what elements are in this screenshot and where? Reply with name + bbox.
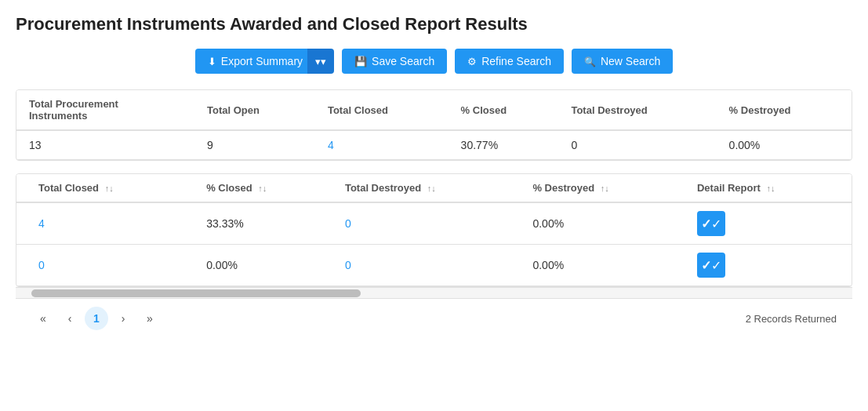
detail-row-0: 433.33%00.00%✓ — [16, 202, 852, 245]
prev-page-button[interactable]: ‹ — [58, 307, 82, 330]
detail-header-row: Total Closed ↑↓ % Closed ↑↓ Total Destro… — [16, 174, 852, 202]
detail-val-pct-closed-1: 0.00% — [194, 245, 332, 286]
detail-col-total-destroyed: Total Destroyed ↑↓ — [332, 174, 521, 202]
refine-icon — [467, 55, 477, 67]
col-total-closed: Total Closed — [315, 90, 449, 130]
detail-val-pct-closed-0: 33.33% — [194, 202, 332, 245]
sort-icon-total-destroyed[interactable]: ↑↓ — [427, 184, 436, 193]
sort-icon-pct-closed[interactable]: ↑↓ — [258, 184, 267, 193]
toolbar: Export Summary ▾ Save Search Refine Sear… — [16, 49, 852, 74]
export-button-group: Export Summary ▾ — [195, 49, 334, 74]
detail-val-total-destroyed-1[interactable]: 0 — [332, 245, 521, 286]
detail-col-detail-report: Detail Report ↑↓ — [685, 174, 852, 202]
detail-table-wrap: Total Closed ↑↓ % Closed ↑↓ Total Destro… — [16, 173, 852, 287]
detail-report-button-1[interactable]: ✓ — [697, 253, 725, 278]
records-returned: 2 Records Returned — [746, 313, 837, 325]
page-title: Procurement Instruments Awarded and Clos… — [16, 14, 852, 35]
val-total-open: 9 — [194, 130, 315, 160]
pagination-controls: « ‹ 1 › » — [31, 307, 162, 330]
scrollbar-area[interactable] — [16, 287, 852, 298]
summary-table-wrap: Total ProcurementInstruments Total Open … — [16, 89, 852, 161]
detail-col-pct-destroyed: % Destroyed ↑↓ — [520, 174, 685, 202]
col-pct-destroyed: % Destroyed — [717, 90, 852, 130]
save-search-button[interactable]: Save Search — [342, 49, 447, 74]
last-page-button[interactable]: » — [138, 307, 162, 330]
summary-data-row: 13 9 4 30.77% 0 0.00% — [16, 130, 852, 160]
detail-report-button-0[interactable]: ✓ — [697, 211, 725, 236]
detail-val-total-closed-1[interactable]: 0 — [16, 245, 194, 286]
col-total-open: Total Open — [194, 90, 315, 130]
current-page-button[interactable]: 1 — [85, 307, 108, 330]
col-total-destroyed: Total Destroyed — [558, 90, 716, 130]
detail-val-report-0: ✓ — [685, 202, 852, 245]
detail-col-total-closed: Total Closed ↑↓ — [16, 174, 194, 202]
summary-table: Total ProcurementInstruments Total Open … — [16, 90, 852, 160]
col-pct-closed: % Closed — [449, 90, 559, 130]
val-pct-destroyed: 0.00% — [717, 130, 852, 160]
caret-down-icon: ▾ — [315, 56, 326, 67]
export-dropdown-button[interactable]: ▾ — [307, 49, 334, 74]
search-icon — [584, 55, 596, 67]
new-search-button[interactable]: New Search — [572, 49, 673, 74]
save-icon — [354, 55, 367, 67]
col-total-procurement: Total ProcurementInstruments — [16, 90, 194, 130]
first-page-button[interactable]: « — [31, 307, 55, 330]
export-summary-button[interactable]: Export Summary — [195, 49, 307, 74]
detail-col-pct-closed: % Closed ↑↓ — [194, 174, 332, 202]
refine-search-button[interactable]: Refine Search — [455, 49, 564, 74]
pagination-bar: « ‹ 1 › » 2 Records Returned — [16, 298, 852, 338]
val-pct-closed: 30.77% — [449, 130, 559, 160]
detail-val-total-closed-0[interactable]: 4 — [16, 202, 194, 245]
val-total-procurement: 13 — [16, 130, 194, 160]
detail-val-total-destroyed-0[interactable]: 0 — [332, 202, 521, 245]
download-icon — [208, 55, 216, 67]
detail-val-pct-destroyed-0: 0.00% — [520, 202, 685, 245]
detail-row-1: 00.00%00.00%✓ — [16, 245, 852, 286]
page-wrapper: Procurement Instruments Awarded and Clos… — [0, 0, 868, 338]
check-icon: ✓ — [701, 258, 721, 273]
val-total-destroyed: 0 — [558, 130, 716, 160]
val-total-closed[interactable]: 4 — [315, 130, 449, 160]
next-page-button[interactable]: › — [111, 307, 135, 330]
summary-header-row: Total ProcurementInstruments Total Open … — [16, 90, 852, 130]
scrollbar-thumb[interactable] — [31, 289, 361, 297]
detail-table: Total Closed ↑↓ % Closed ↑↓ Total Destro… — [16, 174, 852, 286]
detail-val-pct-destroyed-1: 0.00% — [520, 245, 685, 286]
detail-val-report-1: ✓ — [685, 245, 852, 286]
sort-icon-detail-report[interactable]: ↑↓ — [766, 184, 775, 193]
sort-icon-pct-destroyed[interactable]: ↑↓ — [601, 184, 609, 193]
sort-icon-total-closed[interactable]: ↑↓ — [105, 184, 114, 193]
check-icon: ✓ — [701, 216, 721, 231]
